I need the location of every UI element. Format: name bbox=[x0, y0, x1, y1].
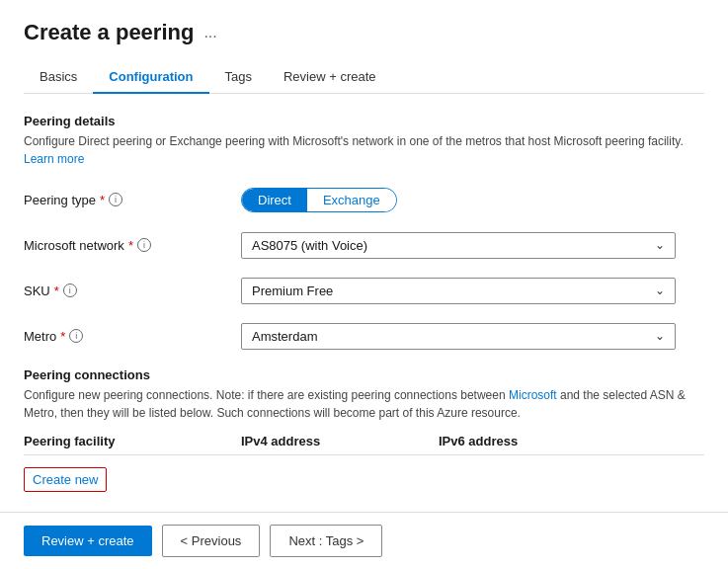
chevron-down-icon-2: ⌄ bbox=[655, 284, 665, 297]
sku-info-icon[interactable]: i bbox=[63, 284, 77, 297]
sku-row: SKU * i Premium Free ⌄ bbox=[24, 275, 704, 306]
peering-details-desc: Configure Direct peering or Exchange pee… bbox=[24, 132, 704, 168]
required-star-3: * bbox=[54, 284, 59, 298]
peering-type-toggle-group: Direct Exchange bbox=[241, 188, 397, 212]
peering-connections-title: Peering connections bbox=[24, 367, 704, 382]
peering-facility-header: Peering facility bbox=[24, 434, 241, 448]
microsoft-link[interactable]: Microsoft bbox=[509, 388, 557, 402]
peering-type-row: Peering type * i Direct Exchange bbox=[24, 184, 704, 215]
tab-review-create[interactable]: Review + create bbox=[268, 61, 392, 94]
metro-label: Metro * i bbox=[24, 329, 241, 344]
sku-dropdown[interactable]: Premium Free ⌄ bbox=[241, 278, 676, 304]
tab-basics[interactable]: Basics bbox=[24, 61, 93, 94]
metro-dropdown[interactable]: Amsterdam ⌄ bbox=[241, 323, 676, 350]
chevron-down-icon-3: ⌄ bbox=[655, 329, 665, 343]
ellipsis-menu-icon[interactable]: ... bbox=[203, 24, 216, 41]
previous-button[interactable]: < Previous bbox=[162, 525, 261, 557]
metro-row: Metro * i Amsterdam ⌄ bbox=[24, 320, 704, 352]
peering-details-title: Peering details bbox=[24, 114, 704, 128]
sku-value: Premium Free bbox=[252, 284, 333, 298]
page-title: Create a peering bbox=[24, 20, 194, 45]
microsoft-network-label: Microsoft network * i bbox=[24, 238, 241, 253]
toggle-exchange-button[interactable]: Exchange bbox=[307, 189, 396, 211]
next-button[interactable]: Next : Tags > bbox=[270, 525, 382, 557]
learn-more-link[interactable]: Learn more bbox=[24, 152, 84, 166]
microsoft-network-row: Microsoft network * i AS8075 (with Voice… bbox=[24, 229, 704, 261]
ipv4-address-header: IPv4 address bbox=[241, 434, 439, 448]
required-star-4: * bbox=[60, 329, 65, 344]
metro-value: Amsterdam bbox=[252, 329, 317, 344]
bottom-action-bar: Review + create < Previous Next : Tags > bbox=[0, 512, 728, 569]
sku-label: SKU * i bbox=[24, 284, 241, 298]
tab-tags[interactable]: Tags bbox=[209, 61, 268, 94]
microsoft-network-dropdown-container: AS8075 (with Voice) ⌄ bbox=[241, 232, 704, 259]
tab-configuration[interactable]: Configuration bbox=[93, 61, 208, 94]
tab-bar: Basics Configuration Tags Review + creat… bbox=[24, 61, 704, 94]
microsoft-network-info-icon[interactable]: i bbox=[137, 238, 151, 252]
connections-table-header: Peering facility IPv4 address IPv6 addre… bbox=[24, 434, 704, 455]
peering-connections-section: Peering connections Configure new peerin… bbox=[24, 367, 704, 492]
sku-dropdown-container: Premium Free ⌄ bbox=[241, 278, 704, 304]
toggle-direct-button[interactable]: Direct bbox=[242, 189, 307, 211]
metro-info-icon[interactable]: i bbox=[69, 329, 83, 343]
required-star: * bbox=[100, 193, 105, 207]
peering-type-label: Peering type * i bbox=[24, 193, 241, 207]
microsoft-network-dropdown[interactable]: AS8075 (with Voice) ⌄ bbox=[241, 232, 676, 259]
ipv6-address-header: IPv6 address bbox=[439, 434, 636, 448]
peering-details-section: Peering details Configure Direct peering… bbox=[24, 114, 704, 352]
peering-type-info-icon[interactable]: i bbox=[109, 193, 122, 206]
chevron-down-icon: ⌄ bbox=[655, 238, 665, 252]
review-create-button[interactable]: Review + create bbox=[24, 526, 152, 556]
microsoft-network-value: AS8075 (with Voice) bbox=[252, 238, 367, 253]
peering-connections-desc: Configure new peering connections. Note:… bbox=[24, 386, 704, 422]
required-star-2: * bbox=[128, 238, 133, 253]
metro-dropdown-container: Amsterdam ⌄ bbox=[241, 323, 704, 350]
create-new-link[interactable]: Create new bbox=[24, 467, 107, 492]
peering-type-toggle: Direct Exchange bbox=[241, 188, 704, 212]
